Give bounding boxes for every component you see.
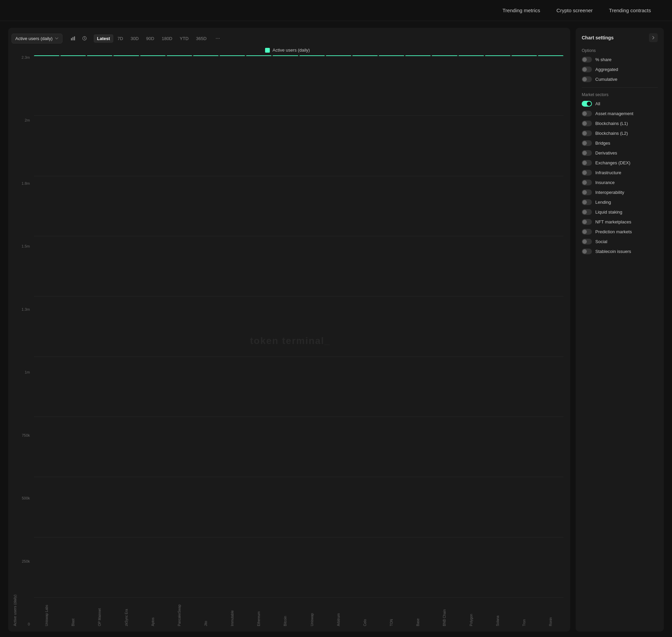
nav-crypto-screener[interactable]: Crypto screener (549, 5, 600, 16)
bars-container (34, 55, 563, 56)
bar[interactable] (220, 55, 245, 56)
more-options-button[interactable]: ··· (213, 33, 223, 43)
sector-toggle-infrastructure[interactable] (582, 170, 592, 176)
nav-trending-metrics[interactable]: Trending metrics (495, 5, 547, 16)
sector-label: Blockchains (L2) (595, 131, 628, 136)
bar-wrapper (140, 55, 166, 56)
grid-line (34, 417, 563, 417)
time-btn-90d[interactable]: 90D (143, 34, 158, 43)
bar[interactable] (405, 55, 431, 56)
sector-toggle-all[interactable] (582, 101, 592, 107)
bar-wrapper (405, 55, 431, 56)
y-tick-label: 1.5m (17, 244, 32, 248)
sector-toggle-prediction-markets[interactable] (582, 229, 592, 235)
bar-wrapper (60, 55, 86, 56)
bar[interactable] (113, 55, 139, 56)
option-row: Aggregated (582, 66, 658, 73)
bar-wrapper (485, 55, 510, 56)
options-section-title: Options (582, 48, 658, 53)
toggle-%-share[interactable] (582, 57, 592, 62)
sector-toggle-asset-management[interactable] (582, 111, 592, 116)
bar[interactable] (246, 55, 272, 56)
x-label-wrapper: Arbitrum (326, 599, 351, 626)
sector-toggle-interoperability[interactable] (582, 189, 592, 195)
bars-and-xaxis: Uniswap LabsBlastOP MainnetzkSync EraApt… (34, 55, 563, 626)
sector-toggle-insurance[interactable] (582, 180, 592, 185)
bar[interactable] (459, 55, 484, 56)
sector-toggle-exchanges--dex-[interactable] (582, 160, 592, 166)
clock-icon[interactable] (79, 33, 90, 43)
sector-row: Blockchains (L1) (582, 120, 658, 127)
grid-line (34, 236, 563, 236)
y-tick-label: 0 (17, 622, 32, 626)
bar[interactable] (60, 55, 86, 56)
sector-row: Liquid staking (582, 209, 658, 215)
time-btn-7d[interactable]: 7D (114, 34, 127, 43)
bar[interactable] (326, 55, 351, 56)
collapse-button[interactable] (649, 33, 658, 42)
grid-line (34, 176, 563, 176)
x-label-wrapper: BNB Chain (432, 599, 457, 626)
bar-wrapper (113, 55, 139, 56)
toggle-aggregated[interactable] (582, 67, 592, 72)
x-label-wrapper: zkSync Era (113, 599, 139, 626)
x-label-wrapper: Ronin (538, 599, 563, 626)
nav-trending-contracts[interactable]: Trending contracts (601, 5, 658, 16)
x-axis-label: Tron (522, 599, 526, 626)
chart-grid: token terminal_ 2.3m2m1.8m1.5m1.3m1m750k… (17, 55, 563, 626)
y-tick-label: 1m (17, 370, 32, 374)
x-axis-label: Celo (363, 599, 367, 626)
bar[interactable] (299, 55, 325, 56)
bar[interactable] (140, 55, 166, 56)
time-btn-180d[interactable]: 180D (158, 34, 175, 43)
bar-wrapper (299, 55, 325, 56)
bar-wrapper (326, 55, 351, 56)
toggle-cumulative[interactable] (582, 76, 592, 82)
sector-toggle-blockchains--l1-[interactable] (582, 121, 592, 126)
sector-toggle-liquid-staking[interactable] (582, 209, 592, 215)
grid-line (34, 357, 563, 357)
bar[interactable] (538, 55, 563, 56)
bar[interactable] (379, 55, 404, 56)
x-axis-label: Polygon (469, 599, 473, 626)
sector-row: Prediction markets (582, 229, 658, 235)
svg-rect-1 (72, 37, 73, 40)
x-label-wrapper: Uniswap Labs (34, 599, 59, 626)
top-nav: Trending metrics Crypto screener Trendin… (0, 0, 672, 21)
bar[interactable] (273, 55, 298, 56)
bar-wrapper (459, 55, 484, 56)
bar[interactable] (432, 55, 457, 56)
bar[interactable] (352, 55, 378, 56)
time-btn-30d[interactable]: 30D (127, 34, 142, 43)
sector-label: Asset management (595, 111, 633, 116)
bar-wrapper (167, 55, 192, 56)
y-tick-labels: 2.3m2m1.8m1.5m1.3m1m750k500k250k0 (17, 55, 32, 626)
grid-line (34, 477, 563, 477)
sector-toggle-nft-marketplaces[interactable] (582, 219, 592, 225)
metric-dropdown[interactable]: Active users (daily) (12, 34, 62, 43)
sector-toggle-blockchains--l2-[interactable] (582, 130, 592, 136)
metric-label: Active users (daily) (15, 36, 53, 41)
settings-panel: Chart settings Options % shareAggregated… (576, 28, 664, 632)
chevron-down-icon (55, 36, 59, 40)
time-btn-365d[interactable]: 365D (193, 34, 210, 43)
bar-chart-icon[interactable] (68, 33, 78, 43)
bar[interactable] (167, 55, 192, 56)
sector-toggle-social[interactable] (582, 239, 592, 244)
bar[interactable] (193, 55, 219, 56)
sector-label: Blockchains (L1) (595, 121, 628, 126)
time-btn-ytd[interactable]: YTD (176, 34, 192, 43)
x-axis-label: Blast (71, 599, 75, 626)
sector-toggle-stablecoin-issuers[interactable] (582, 249, 592, 254)
bar[interactable] (34, 55, 59, 56)
bar[interactable] (485, 55, 510, 56)
sector-label: NFT marketplaces (595, 219, 631, 224)
sector-toggle-derivatives[interactable] (582, 150, 592, 156)
y-tick-label: 750k (17, 433, 32, 437)
bar[interactable] (87, 55, 112, 56)
time-btn-latest[interactable]: Latest (94, 34, 113, 43)
bar[interactable] (511, 55, 537, 56)
sector-toggle-bridges[interactable] (582, 140, 592, 146)
x-label-wrapper: Ethereum (246, 599, 272, 626)
sector-toggle-lending[interactable] (582, 199, 592, 205)
